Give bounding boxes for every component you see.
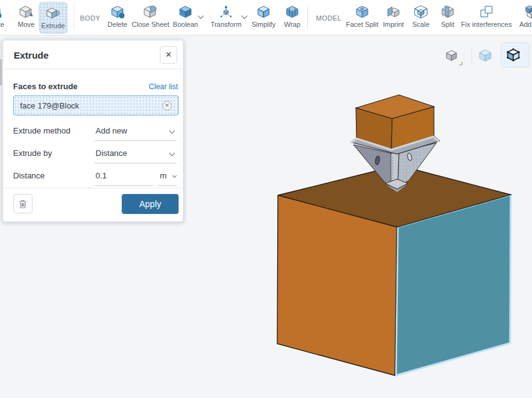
toolbar-item-label: Add Ca (520, 21, 532, 28)
toolbar-item-split[interactable]: Split (438, 1, 457, 34)
cube-wrap-icon (284, 4, 300, 19)
view-mode-shaded-button[interactable] (441, 45, 462, 66)
unit-select[interactable]: m (158, 168, 177, 186)
remove-chip-icon[interactable]: ✕ (162, 101, 172, 110)
selected-face-name: face 179@Block (20, 101, 162, 110)
transform-gizmo-icon (218, 4, 234, 19)
cube-split-icon (440, 4, 456, 19)
distance-input[interactable]: 0.1 (94, 168, 153, 186)
toolbar-separator (307, 5, 308, 30)
cube-simplify-icon (255, 4, 272, 19)
big-block[interactable] (277, 165, 511, 376)
toolbar-item-delete-face[interactable]: Delete (0, 1, 9, 34)
extrude-by-select[interactable]: Distance (94, 146, 177, 163)
shaded-cube-icon (444, 48, 459, 63)
toolbar-item-label: Facet Split (346, 21, 378, 28)
dialog-divider (3, 69, 183, 69)
toolbar-item-boolean[interactable]: Boolean (171, 1, 200, 34)
close-icon[interactable]: ✕ (160, 46, 177, 64)
top-toolbar: Delete Move Extrude BODY Delete Close Sh… (0, 0, 532, 36)
distance-value: 0.1 (96, 171, 107, 180)
overlapping-squares-icon (478, 4, 495, 19)
view-mode-transparent-button[interactable] (475, 45, 496, 66)
toolbar-item-imprint[interactable]: Imprint (380, 1, 407, 34)
chevron-down-icon (169, 128, 175, 134)
toolbar-section-model: MODEL (316, 14, 342, 22)
toolbar-item-scale[interactable]: Scale (410, 1, 432, 34)
toolbar-separator (74, 5, 74, 30)
cube-delete-icon (0, 4, 2, 19)
apply-button[interactable]: Apply (122, 194, 179, 214)
chevron-down-icon (172, 173, 177, 178)
toolbar-item-label: Scale (412, 21, 430, 28)
cube-move-icon (18, 4, 34, 19)
trash-icon (18, 199, 27, 209)
chevron-down-icon (169, 150, 175, 157)
cube-scale-icon (413, 4, 429, 19)
toolbar-item-delete-body[interactable]: Delete (104, 1, 131, 34)
toolbar-item-label: Delete (0, 21, 4, 28)
toolbar-section-body: BODY (80, 14, 101, 22)
extrude-method-label: Extrude method (13, 126, 71, 135)
extrude-by-value: Distance (96, 148, 127, 158)
toolbar-item-facet-split[interactable]: Facet Split (345, 1, 380, 34)
toolbar-item-label: Simplify (252, 21, 276, 28)
toolbar-item-close-sheet[interactable]: Close Sheet (131, 1, 170, 34)
selected-face-chip[interactable]: face 179@Block ✕ (13, 95, 179, 115)
distance-row: Distance 0.1 m (13, 168, 177, 187)
toolbar-item-wrap[interactable]: Wrap (281, 1, 303, 34)
cube-close-sheet-icon (142, 4, 159, 19)
cube-boolean-icon (177, 4, 194, 19)
toolbar-item-label: Boolean (173, 21, 198, 28)
toolbar-item-move[interactable]: Move (12, 1, 40, 34)
transparent-cube-icon (478, 49, 492, 62)
extrude-dialog: Extrude ✕ Faces to extrude Clear list fa… (3, 41, 183, 221)
toolbar-item-label: Split (441, 21, 454, 28)
cube-delete-icon (109, 4, 126, 19)
unit-value: m (160, 171, 167, 180)
left-panel-handle[interactable] (0, 59, 2, 85)
toolbar-item-fix-interferences[interactable]: Fix interferences (461, 1, 512, 34)
toolbar-item-label: Wrap (284, 21, 300, 28)
extrude-method-select[interactable]: Add new (94, 124, 177, 141)
toolbar-item-label: Extrude (41, 22, 65, 29)
cube-add-cad-icon (523, 4, 532, 19)
cube-extrude-icon (45, 6, 61, 21)
dialog-footer-divider (3, 188, 183, 188)
edges-cube-icon (506, 48, 520, 62)
delete-operation-button[interactable] (13, 194, 32, 213)
toolbar-item-transform[interactable]: Transform (209, 1, 244, 34)
extrude-method-value: Add new (96, 126, 127, 135)
view-mode-controls (401, 42, 532, 69)
toolbar-item-label: Move (18, 21, 35, 28)
faces-to-extrude-label: Faces to extrude (13, 82, 77, 91)
corner-expand-icon (458, 61, 463, 66)
clear-list-link[interactable]: Clear list (149, 82, 178, 91)
extrude-method-row: Extrude method Add new (13, 124, 177, 142)
toolbar-item-add-cad[interactable]: Add Ca (516, 1, 532, 34)
toolbar-item-label: Fix interferences (461, 21, 511, 28)
cube-imprint-icon (385, 4, 401, 19)
cube-facet-split-icon (354, 4, 370, 19)
distance-label: Distance (13, 171, 45, 180)
extrude-by-row: Extrude by Distance (13, 146, 177, 165)
toolbar-item-simplify[interactable]: Simplify (249, 1, 278, 34)
view-mode-edges-button[interactable] (501, 42, 530, 67)
toolbar-item-label: Transform (210, 21, 242, 28)
toolbar-item-label: Close Sheet (132, 21, 169, 28)
extrude-by-label: Extrude by (13, 148, 52, 158)
toolbar-item-extrude[interactable]: Extrude (39, 2, 67, 34)
dialog-title: Extrude (14, 50, 49, 61)
view-controls-separator (471, 48, 472, 63)
toolbar-item-label: Imprint (383, 21, 404, 28)
toolbar-item-label: Delete (107, 21, 127, 28)
